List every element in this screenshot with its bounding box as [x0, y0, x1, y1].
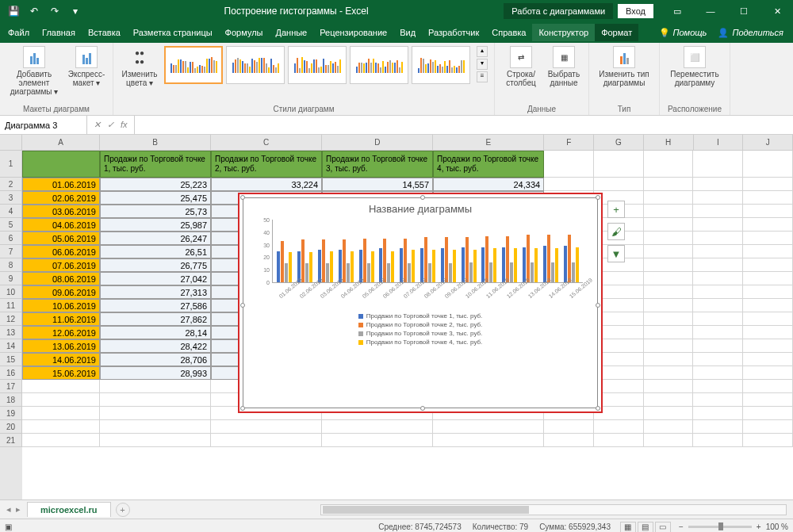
save-icon[interactable]: 💾 — [5, 2, 22, 20]
tab-review[interactable]: Рецензирование — [313, 24, 393, 41]
tab-formulas[interactable]: Формулы — [219, 24, 270, 41]
formula-bar[interactable] — [134, 116, 793, 134]
chart-styles-button[interactable]: 🖌 — [607, 223, 625, 240]
chart-object[interactable]: Название диаграммы 01020304050 01.06.201… — [238, 193, 603, 413]
chart-tools-badge: Работа с диаграммами — [504, 3, 613, 19]
chart-plot-area[interactable]: 01020304050 — [272, 220, 583, 283]
sheet-nav-last[interactable]: ▸ — [16, 504, 21, 515]
close-icon[interactable]: ✕ — [761, 0, 793, 22]
tab-file[interactable]: Файл — [2, 24, 36, 41]
chart-filter-button[interactable]: ▼ — [607, 245, 625, 262]
zoom-out-icon[interactable]: − — [679, 522, 684, 531]
sheet-nav-first[interactable]: ◂ — [6, 504, 11, 515]
record-macro-icon[interactable]: ▣ — [5, 522, 12, 531]
window-title: Построение гистограммы - Excel — [89, 6, 504, 17]
add-chart-element[interactable]: Добавить элемент диаграммы ▾ — [6, 46, 62, 96]
status-count: Количество: 79 — [473, 522, 528, 531]
undo-icon[interactable]: ↶ — [25, 2, 43, 20]
chart-style-5[interactable] — [412, 46, 470, 84]
switch-row-col[interactable]: ⇄ Строка/столбец — [501, 46, 541, 87]
minimize-icon[interactable]: — — [695, 0, 726, 22]
tab-help[interactable]: Справка — [485, 24, 532, 41]
select-data[interactable]: ▦ Выбрать данные — [546, 46, 582, 87]
chart-style-3[interactable] — [288, 46, 347, 84]
style-up-icon[interactable]: ▴ — [477, 46, 488, 57]
view-break-icon[interactable]: ▭ — [655, 522, 671, 533]
fx-ok-icon[interactable]: ✓ — [107, 120, 114, 130]
change-colors[interactable]: ●●●● Изменить цвета ▾ — [120, 46, 159, 87]
tab-developer[interactable]: Разработчик — [422, 24, 485, 41]
zoom-in-icon[interactable]: + — [757, 522, 761, 531]
worksheet-grid[interactable]: 123456789101112131415161718192021 ABCDEF… — [0, 135, 793, 499]
status-average: Среднее: 8745,724573 — [378, 522, 462, 531]
fx-cancel-icon[interactable]: ✕ — [94, 120, 101, 130]
tab-layout[interactable]: Разметка страницы — [127, 24, 219, 41]
chart-title[interactable]: Название диаграммы — [243, 198, 597, 216]
style-more-icon[interactable]: ≡ — [477, 71, 488, 82]
chart-style-1[interactable] — [164, 46, 223, 84]
change-chart-type[interactable]: Изменить тип диаграммы — [596, 46, 653, 87]
zoom-slider[interactable] — [688, 526, 752, 528]
quick-layout[interactable]: Экспресс-макет ▾ — [67, 46, 106, 87]
view-layout-icon[interactable]: ▤ — [638, 522, 653, 533]
ribbon: Добавить элемент диаграммы ▾ Экспресс-ма… — [0, 43, 793, 116]
tab-insert[interactable]: Вставка — [82, 24, 127, 41]
chart-style-2[interactable] — [226, 46, 285, 84]
login-button[interactable]: Вход — [618, 4, 653, 18]
horizontal-scrollbar[interactable] — [320, 504, 787, 515]
zoom-level[interactable]: 100 % — [766, 522, 788, 531]
qa-more-icon[interactable]: ▾ — [67, 2, 84, 20]
style-down-icon[interactable]: ▾ — [477, 59, 488, 70]
tab-view[interactable]: Вид — [393, 24, 422, 41]
status-sum: Сумма: 655929,343 — [539, 522, 611, 531]
tab-data[interactable]: Данные — [269, 24, 313, 41]
chart-legend[interactable]: Продажи по Торговой точке 1, тыс. руб.Пр… — [243, 312, 597, 346]
move-chart[interactable]: ⬜ Переместить диаграмму — [666, 46, 723, 87]
maximize-icon[interactable]: ☐ — [728, 0, 760, 22]
tab-design[interactable]: Конструктор — [532, 24, 595, 41]
ribbon-options-icon[interactable]: ▭ — [661, 0, 693, 22]
sheet-tab[interactable]: microexcel.ru — [27, 502, 111, 517]
fx-icon[interactable]: fx — [121, 120, 128, 130]
name-box[interactable]: Диаграмма 3 — [0, 116, 87, 134]
tab-home[interactable]: Главная — [36, 24, 82, 41]
tab-format[interactable]: Формат — [595, 24, 638, 41]
redo-icon[interactable]: ↷ — [46, 2, 63, 20]
chart-styles-gallery[interactable] — [164, 46, 470, 84]
chart-style-4[interactable] — [350, 46, 408, 84]
view-normal-icon[interactable]: ▦ — [620, 522, 636, 533]
share-button[interactable]: 👤 Поделиться — [718, 28, 783, 38]
tell-me[interactable]: 💡 Помощь — [659, 28, 707, 38]
chart-elements-button[interactable]: + — [607, 201, 625, 218]
new-sheet-button[interactable]: + — [116, 503, 130, 517]
